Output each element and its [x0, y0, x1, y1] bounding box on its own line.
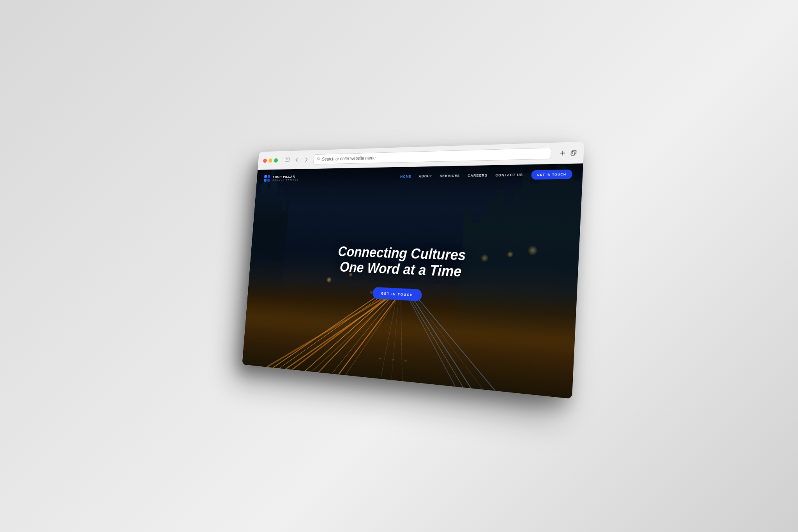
browser-window: Search or enter website name — [242, 141, 584, 399]
browser-actions — [560, 149, 577, 156]
logo-icon — [264, 175, 270, 182]
fullscreen-button-icon[interactable] — [274, 158, 278, 162]
logo[interactable]: FOUR PILLAR COMMUNICATIONS — [264, 174, 299, 182]
arrow-down-1: ⌄ — [377, 352, 383, 361]
new-tab-icon[interactable] — [560, 150, 566, 156]
minimize-button-icon[interactable] — [268, 158, 272, 163]
tab-icon — [284, 157, 291, 163]
nav-item-careers[interactable]: CAREERS — [468, 173, 488, 177]
nav-item-about[interactable]: ABOUT — [418, 174, 433, 178]
nav-item-home[interactable]: HOME — [400, 174, 411, 178]
address-bar[interactable]: Search or enter website name — [313, 147, 551, 164]
browser-controls — [284, 156, 310, 163]
logo-dot-4 — [267, 179, 270, 181]
svg-rect-10 — [571, 151, 575, 155]
nav-item-contact[interactable]: CONTACT US — [495, 173, 523, 177]
search-icon — [317, 157, 320, 161]
logo-dot-2 — [268, 175, 270, 177]
traffic-lights — [263, 158, 278, 163]
arrow-down-2: ⌄ — [390, 353, 395, 363]
website-content: FOUR PILLAR COMMUNICATIONS HOME ABOUT SE… — [242, 163, 583, 399]
arrow-down-3: ⌄ — [403, 355, 409, 364]
logo-dot-1 — [264, 175, 267, 178]
hero-section: Connecting Cultures One Word at a Time G… — [335, 243, 466, 303]
nav-item-services[interactable]: SERVICES — [440, 173, 460, 178]
copy-icon[interactable] — [570, 149, 577, 155]
logo-company-name: FOUR PILLAR — [273, 175, 299, 179]
scene: Search or enter website name — [224, 145, 574, 387]
forward-icon[interactable] — [302, 156, 310, 163]
logo-text: FOUR PILLAR COMMUNICATIONS — [272, 175, 299, 181]
logo-dot-3 — [264, 179, 267, 181]
logo-company-sub: COMMUNICATIONS — [272, 179, 298, 181]
hero-title: Connecting Cultures One Word at a Time — [336, 243, 466, 280]
nav-cta-button[interactable]: GET IN TOUCH — [531, 169, 573, 179]
svg-rect-0 — [285, 157, 290, 161]
nav-links: HOME ABOUT SERVICES CAREERS CONTACT US G… — [400, 169, 573, 181]
address-text: Search or enter website name — [322, 155, 376, 161]
svg-line-4 — [319, 159, 320, 160]
back-icon[interactable] — [293, 156, 300, 163]
close-button-icon[interactable] — [263, 158, 267, 163]
